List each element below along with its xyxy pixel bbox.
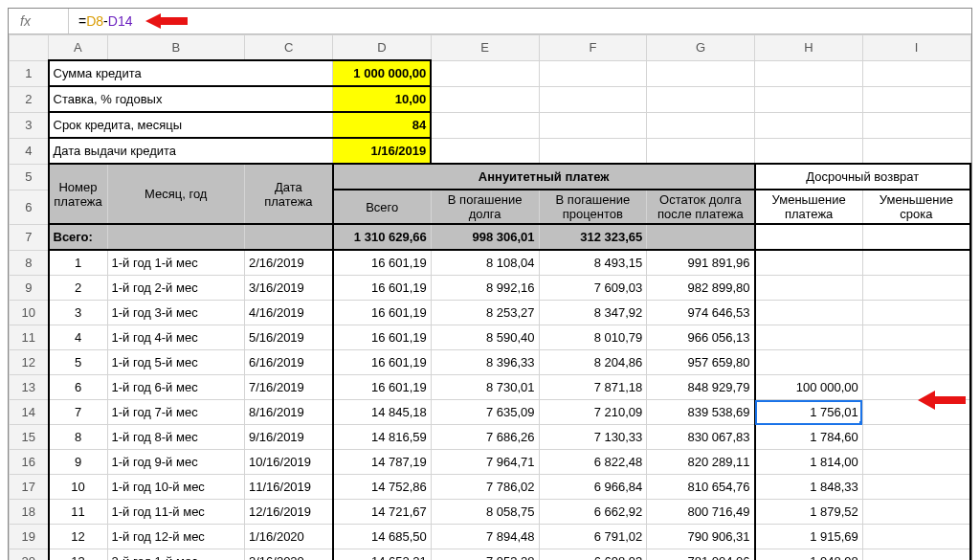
cell-interest[interactable]: 7 609,03 — [539, 276, 647, 301]
cell-reduce-payment[interactable] — [755, 276, 863, 301]
select-all-corner[interactable] — [10, 35, 49, 61]
cell-reduce-term[interactable] — [862, 325, 970, 350]
cell-total[interactable]: 14 816,59 — [333, 425, 432, 450]
cell-principal[interactable]: 7 635,09 — [431, 400, 539, 425]
cell-total[interactable]: 16 601,19 — [333, 375, 432, 400]
cell-principal[interactable]: 7 786,02 — [431, 475, 539, 500]
cell[interactable] — [647, 60, 755, 86]
cell-number[interactable]: 5 — [49, 350, 108, 375]
cell-month[interactable]: 1-й год 10-й мес — [107, 475, 245, 500]
row-1-header[interactable]: 1 — [10, 60, 49, 86]
cell-date[interactable]: 10/16/2019 — [245, 450, 333, 475]
cell[interactable] — [755, 112, 863, 138]
cell-balance[interactable]: 800 716,49 — [647, 500, 755, 525]
cell-balance[interactable]: 966 056,13 — [647, 325, 755, 350]
cell-month[interactable]: 1-й год 4-й мес — [107, 325, 245, 350]
cell[interactable] — [431, 138, 539, 164]
row-5-header[interactable]: 5 — [10, 164, 49, 190]
label-date[interactable]: Дата выдачи кредита — [49, 138, 333, 164]
cell-principal[interactable]: 8 590,40 — [431, 325, 539, 350]
cell-date[interactable]: 12/16/2019 — [245, 500, 333, 525]
cell-interest[interactable]: 8 493,15 — [539, 250, 647, 276]
cell-interest[interactable]: 6 698,93 — [539, 549, 647, 561]
cell-month[interactable]: 1-й год 7-й мес — [107, 400, 245, 425]
cell[interactable] — [862, 224, 970, 250]
row-12-header[interactable]: 12 — [10, 350, 49, 375]
cell-month[interactable]: 1-й год 11-й мес — [107, 500, 245, 525]
cell[interactable] — [431, 112, 539, 138]
cell-principal[interactable]: 8 058,75 — [431, 500, 539, 525]
cell-number[interactable]: 7 — [49, 400, 108, 425]
row-3-header[interactable]: 3 — [10, 112, 49, 138]
cell-reduce-payment[interactable]: 1 784,60 — [755, 425, 863, 450]
cell-balance[interactable]: 781 004,06 — [647, 549, 755, 561]
cell-balance[interactable]: 982 899,80 — [647, 276, 755, 301]
cell-reduce-payment[interactable] — [755, 250, 863, 276]
cell[interactable] — [539, 138, 647, 164]
cell-principal[interactable]: 7 686,26 — [431, 425, 539, 450]
cell-total[interactable]: 14 752,86 — [333, 475, 432, 500]
col-H-header[interactable]: H — [755, 35, 863, 61]
row-19-header[interactable]: 19 — [10, 525, 49, 549]
cell-reduce-term[interactable] — [862, 425, 970, 450]
input-term[interactable]: 84 — [333, 112, 432, 138]
cell-date[interactable]: 11/16/2019 — [245, 475, 333, 500]
cell-interest[interactable]: 8 347,92 — [539, 301, 647, 325]
cell-number[interactable]: 13 — [49, 549, 108, 561]
cell-month[interactable]: 1-й год 8-й мес — [107, 425, 245, 450]
cell-total[interactable]: 14 721,67 — [333, 500, 432, 525]
cell[interactable] — [862, 86, 970, 112]
cell-reduce-payment[interactable] — [755, 350, 863, 375]
cell-total[interactable]: 14 787,19 — [333, 450, 432, 475]
cell-reduce-payment[interactable] — [755, 325, 863, 350]
cell[interactable] — [431, 60, 539, 86]
cell-interest[interactable]: 7 871,18 — [539, 375, 647, 400]
cell-date[interactable]: 5/16/2019 — [245, 325, 333, 350]
cell-month[interactable]: 1-й год 12-й мес — [107, 525, 245, 549]
cell[interactable] — [245, 224, 333, 250]
cell-total[interactable]: 16 601,19 — [333, 301, 432, 325]
cell-principal[interactable]: 8 730,01 — [431, 375, 539, 400]
cell-total[interactable]: 16 601,19 — [333, 276, 432, 301]
cell-principal[interactable]: 8 108,04 — [431, 250, 539, 276]
cell-reduce-term[interactable] — [862, 475, 970, 500]
row-20-header[interactable]: 20 — [10, 549, 49, 561]
cell-reduce-term[interactable] — [862, 525, 970, 549]
row-8-header[interactable]: 8 — [10, 250, 49, 276]
cell-reduce-term[interactable] — [862, 549, 970, 561]
row-13-header[interactable]: 13 — [10, 375, 49, 400]
cell[interactable] — [539, 60, 647, 86]
cell-reduce-payment[interactable]: 100 000,00 — [755, 375, 863, 400]
cell-total[interactable]: 14 685,50 — [333, 525, 432, 549]
cell-date[interactable]: 3/16/2019 — [245, 276, 333, 301]
cell-interest[interactable]: 6 662,92 — [539, 500, 647, 525]
input-date[interactable]: 1/16/2019 — [333, 138, 432, 164]
cell-reduce-term[interactable] — [862, 500, 970, 525]
cell-principal[interactable]: 7 964,71 — [431, 450, 539, 475]
cell-balance[interactable]: 810 654,76 — [647, 475, 755, 500]
cell-month[interactable]: 1-й год 9-й мес — [107, 450, 245, 475]
cell-principal[interactable]: 7 953,28 — [431, 549, 539, 561]
cell-reduce-term[interactable] — [862, 350, 970, 375]
cell-reduce-term[interactable] — [862, 301, 970, 325]
cell-number[interactable]: 9 — [49, 450, 108, 475]
col-E-header[interactable]: E — [431, 35, 539, 61]
cell-reduce-payment[interactable]: 1 948,98 — [755, 549, 863, 561]
row-14-header[interactable]: 14 — [10, 400, 49, 425]
row-10-header[interactable]: 10 — [10, 301, 49, 325]
cell-reduce-term[interactable] — [862, 276, 970, 301]
label-rate[interactable]: Ставка, % годовых — [49, 86, 333, 112]
row-9-header[interactable]: 9 — [10, 276, 49, 301]
row-17-header[interactable]: 17 — [10, 475, 49, 500]
cell-balance[interactable]: 974 646,53 — [647, 301, 755, 325]
cell-number[interactable]: 11 — [49, 500, 108, 525]
row-18-header[interactable]: 18 — [10, 500, 49, 525]
cell-balance[interactable]: 991 891,96 — [647, 250, 755, 276]
cell[interactable] — [862, 60, 970, 86]
label-loan-amount[interactable]: Сумма кредита — [49, 60, 333, 86]
cell-balance[interactable]: 820 289,11 — [647, 450, 755, 475]
cell-number[interactable]: 12 — [49, 525, 108, 549]
row-16-header[interactable]: 16 — [10, 450, 49, 475]
row-11-header[interactable]: 11 — [10, 325, 49, 350]
cell-number[interactable]: 8 — [49, 425, 108, 450]
